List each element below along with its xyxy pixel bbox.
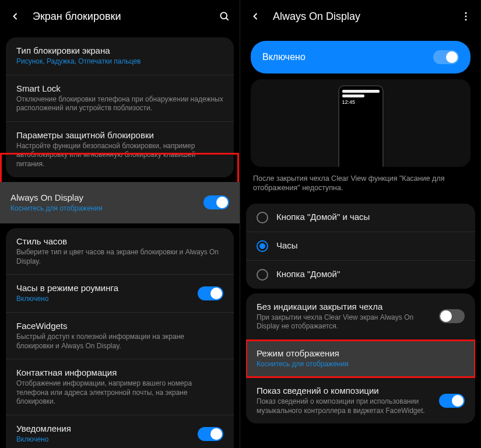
title: Контактная информация (16, 368, 223, 377)
subtitle: Выберите тип и цвет часов на экране блок… (16, 248, 223, 266)
row-smartlock[interactable]: Smart Lock Отключение блокировки телефон… (6, 75, 234, 122)
enabled-banner[interactable]: Включено (251, 41, 471, 74)
svg-point-6 (465, 19, 467, 20)
mock-time: 12:45 (342, 99, 380, 105)
svg-line-1 (226, 18, 229, 20)
title: Тип блокировки экрана (16, 46, 223, 55)
header-left: Экран блокировки (0, 0, 240, 33)
title: Часы в режиме роуминга (16, 283, 189, 293)
row-screenlocktype[interactable]: Тип блокировки экрана Рисунок, Радужка, … (6, 37, 234, 75)
subtitle: Включено (16, 295, 189, 304)
title: Параметры защитной блокировки (16, 130, 223, 140)
row-noindicator[interactable]: Без индикации закрытия чехла При закрыти… (246, 293, 475, 340)
radio-icon (257, 240, 268, 252)
title: Smart Lock (16, 83, 223, 93)
banner-label: Включено (262, 52, 306, 62)
row-securelock[interactable]: Параметры защитной блокировки Настройте … (6, 122, 234, 177)
toggle-enabled[interactable] (433, 50, 459, 64)
row-contact[interactable]: Контактная информация Отображение информ… (6, 359, 234, 415)
title: FaceWidgets (16, 321, 223, 331)
page-title-left: Экран блокировки (33, 10, 121, 23)
row-musicinfo[interactable]: Показ сведений о композиции Показ сведен… (246, 377, 475, 424)
subtitle: Отключение блокировки телефона при обнар… (16, 95, 223, 113)
label: Часы (276, 240, 465, 250)
svg-point-0 (220, 12, 227, 19)
toggle-notifications[interactable] (198, 427, 223, 441)
toggle-aod[interactable] (203, 195, 229, 209)
label: Кнопка "Домой" и часы (276, 212, 465, 222)
group-show-options: Кнопка "Домой" и часы Часы Кнопка "Домой… (246, 204, 475, 289)
subtitle: Коснитесь для отображения (257, 360, 465, 369)
subtitle: Быстрый доступ к полезной информации на … (16, 332, 223, 351)
search-icon[interactable] (217, 9, 231, 23)
title: Уведомления (16, 424, 189, 433)
subtitle: При закрытии чехла Clear View экран Alwa… (257, 313, 431, 331)
radio-icon (257, 269, 268, 281)
radio-home-clock[interactable]: Кнопка "Домой" и часы (246, 204, 475, 232)
toggle-roamingclock[interactable] (198, 286, 223, 300)
svg-point-4 (465, 12, 467, 14)
page-title-right: Always On Display (273, 10, 360, 23)
subtitle: Настройте функции безопасной блокировки,… (16, 142, 223, 169)
back-icon[interactable] (248, 9, 262, 23)
row-roamingclock[interactable]: Часы в режиме роуминга Включено (6, 275, 234, 313)
header-right: Always On Display (240, 0, 481, 33)
title: Показ сведений о композиции (257, 386, 431, 396)
radio-home[interactable]: Кнопка "Домой" (246, 261, 475, 289)
group-clock: Стиль часов Выберите тип и цвет часов на… (6, 228, 234, 448)
title: Стиль часов (16, 236, 223, 246)
subtitle: Коснитесь для отображения (10, 204, 195, 214)
svg-point-5 (465, 16, 467, 18)
row-displaymode[interactable]: Режим отображения Коснитесь для отображе… (246, 340, 475, 378)
group-lock: Тип блокировки экрана Рисунок, Радужка, … (6, 37, 234, 177)
subtitle: Показ сведений о композиции при использо… (257, 397, 431, 415)
radio-icon (257, 212, 268, 223)
more-icon[interactable] (459, 9, 473, 23)
subtitle: Отображение информации, например вашего … (16, 379, 223, 407)
radio-clock[interactable]: Часы (246, 232, 475, 261)
info-note: После закрытия чехла Clear View функция … (240, 172, 481, 199)
back-icon[interactable] (8, 9, 22, 23)
aod-preview: 12:45 (251, 79, 471, 167)
row-notifications[interactable]: Уведомления Включено (6, 415, 234, 448)
toggle-musicinfo[interactable] (439, 394, 465, 408)
title: Без индикации закрытия чехла (257, 302, 431, 312)
row-clockstyle[interactable]: Стиль часов Выберите тип и цвет часов на… (6, 228, 234, 275)
row-aod[interactable]: Always On Display Коснитесь для отображе… (0, 182, 240, 224)
row-facewidgets[interactable]: FaceWidgets Быстрый доступ к полезной ин… (6, 313, 234, 359)
title: Режим отображения (257, 348, 465, 358)
label: Кнопка "Домой" (276, 269, 465, 279)
phone-mock-icon: 12:45 (338, 85, 384, 167)
subtitle: Включено (16, 435, 189, 444)
subtitle: Рисунок, Радужка, Отпечатки пальцев (16, 57, 223, 66)
group-settings: Без индикации закрытия чехла При закрыти… (246, 293, 475, 424)
title: Always On Display (10, 192, 195, 202)
toggle-noindicator[interactable] (439, 309, 465, 323)
